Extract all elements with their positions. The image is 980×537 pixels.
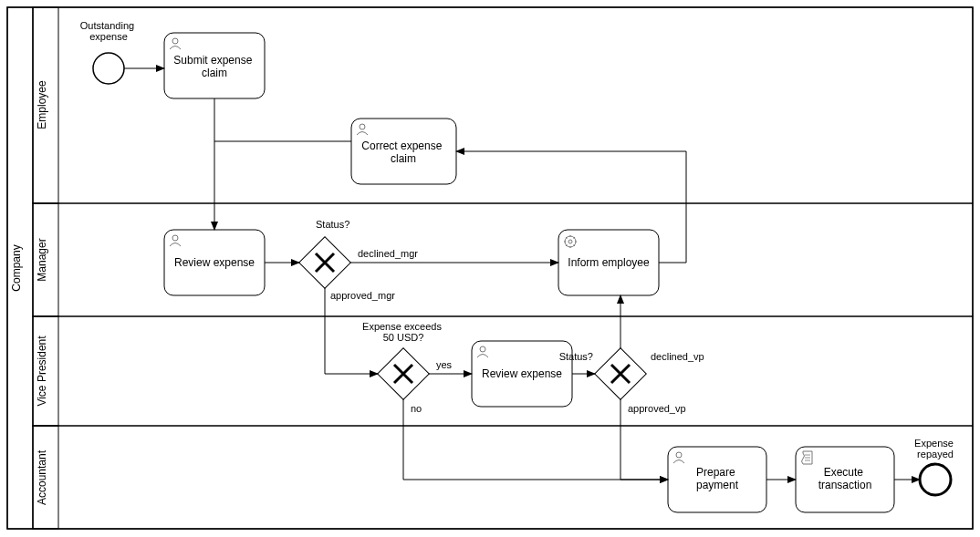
pool-title: Company	[10, 244, 23, 291]
task-inform-label: Inform employee	[568, 256, 650, 269]
gateway-status-vp[interactable]	[595, 348, 647, 400]
gateway3-label: Status?	[559, 351, 593, 362]
flow-declined-mgr-label: declined_mgr	[358, 248, 418, 259]
lane-employee-title: Employee	[36, 80, 48, 129]
lane-vp-title: Vice President	[36, 336, 48, 407]
task-execute-label: Execute transaction	[818, 466, 872, 491]
flow-approved-mgr-label: approved_mgr	[330, 290, 395, 301]
task-review-vp-label: Review expense	[482, 367, 562, 380]
gateway2-label: Expense exceeds 50 USD?	[362, 321, 444, 343]
start-event[interactable]	[93, 53, 124, 84]
end-event-label: Expense repayed	[914, 438, 956, 460]
start-event-label: Outstanding expense	[80, 20, 137, 42]
lane-manager-title: Manager	[36, 238, 48, 281]
flow-no-label: no	[411, 403, 422, 414]
flow-yes-label: yes	[436, 359, 453, 370]
bpmn-diagram: Company Employee Manager Vice President …	[0, 0, 980, 537]
flow-approved-vp-label: approved_vp	[628, 403, 686, 414]
lane-accountant-title: Accountant	[36, 449, 48, 505]
flow-declined-vp-label: declined_vp	[651, 351, 704, 362]
end-event[interactable]	[920, 464, 951, 495]
gateway-status-mgr[interactable]	[299, 237, 351, 289]
task-review-mgr-label: Review expense	[174, 256, 255, 269]
task-prepare-label: Prepare payment	[696, 466, 739, 491]
gateway1-label: Status?	[316, 219, 349, 230]
gateway-expense-exceeds[interactable]	[378, 348, 430, 400]
